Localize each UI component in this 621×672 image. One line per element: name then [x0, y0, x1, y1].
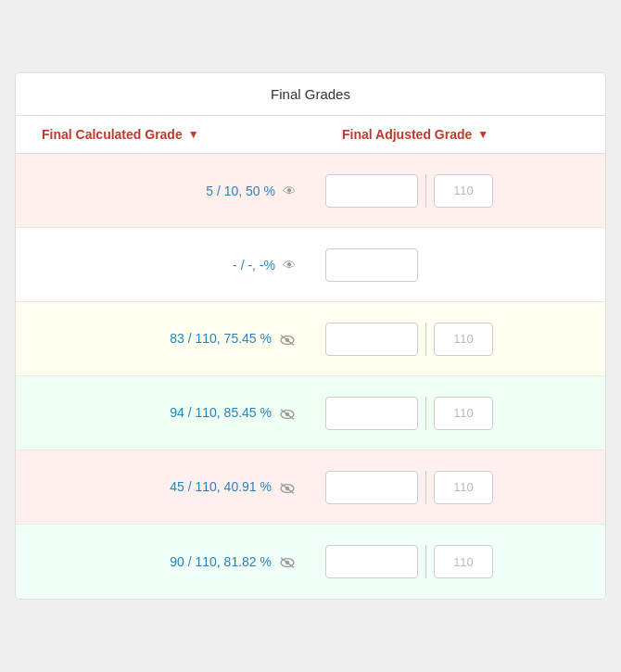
adjusted-grade-cell [310, 323, 605, 356]
calculated-grade-cell: - / -, -%👁 [16, 258, 310, 273]
adjusted-grade-input[interactable] [325, 323, 418, 356]
adjusted-grade-cell [310, 248, 605, 282]
slash-eye-icon[interactable] [279, 554, 296, 569]
calculated-grade-cell: 90 / 110, 81.82 % [16, 554, 310, 569]
chevron-down-icon: ▼ [188, 128, 199, 141]
calculated-grade-text: 83 / 110, 75.45 % [170, 331, 272, 346]
calculated-grade-text: 5 / 10, 50 % [206, 184, 275, 198]
adjusted-grade-cell [310, 545, 605, 578]
table-row: 45 / 110, 40.91 % [16, 450, 605, 525]
slash-eye-icon[interactable] [279, 331, 296, 346]
adjusted-grade-input[interactable] [325, 471, 418, 504]
card-title: Final Grades [16, 73, 605, 116]
input-divider [425, 397, 426, 430]
table-row: 90 / 110, 81.82 % [16, 525, 605, 599]
adjusted-grade-input[interactable] [325, 397, 418, 430]
calculated-grade-text: 90 / 110, 81.82 % [170, 554, 272, 569]
out-of-input[interactable] [434, 323, 493, 356]
final-grades-card: Final Grades Final Calculated Grade ▼ Fi… [15, 72, 606, 600]
col-header-adjusted[interactable]: Final Adjusted Grade ▼ [305, 127, 605, 142]
adjusted-grade-cell [310, 471, 605, 504]
adjusted-grade-input[interactable] [325, 174, 418, 208]
out-of-input[interactable] [434, 545, 493, 578]
calculated-grade-cell: 83 / 110, 75.45 % [16, 331, 310, 346]
adjusted-grade-cell [310, 174, 605, 208]
eye-icon[interactable]: 👁 [283, 184, 296, 198]
adjusted-grade-input[interactable] [325, 248, 418, 282]
calculated-grade-cell: 45 / 110, 40.91 % [16, 479, 310, 494]
calculated-grade-cell: 5 / 10, 50 %👁 [16, 184, 310, 198]
table-row: 83 / 110, 75.45 % [16, 302, 605, 376]
chevron-down-icon: ▼ [477, 128, 488, 141]
col-calculated-label: Final Calculated Grade [42, 127, 183, 142]
input-divider [425, 323, 426, 356]
input-divider [425, 174, 426, 208]
column-headers: Final Calculated Grade ▼ Final Adjusted … [16, 116, 605, 154]
eye-icon[interactable]: 👁 [283, 258, 296, 273]
rows-container: 5 / 10, 50 %👁- / -, -%👁83 / 110, 75.45 %… [16, 154, 605, 599]
slash-eye-icon[interactable] [279, 405, 296, 420]
out-of-input[interactable] [434, 397, 493, 430]
adjusted-grade-input[interactable] [325, 545, 418, 578]
slash-eye-icon[interactable] [279, 479, 296, 494]
calculated-grade-cell: 94 / 110, 85.45 % [16, 405, 310, 420]
calculated-grade-text: 94 / 110, 85.45 % [170, 405, 272, 420]
col-header-calculated[interactable]: Final Calculated Grade ▼ [16, 127, 305, 142]
col-adjusted-label: Final Adjusted Grade [342, 127, 472, 142]
input-divider [425, 545, 426, 578]
out-of-input[interactable] [434, 174, 493, 208]
table-row: 94 / 110, 85.45 % [16, 376, 605, 450]
input-divider [425, 471, 426, 504]
table-row: - / -, -%👁 [16, 228, 605, 302]
calculated-grade-text: - / -, -% [233, 258, 275, 273]
calculated-grade-text: 45 / 110, 40.91 % [170, 479, 272, 494]
out-of-input[interactable] [434, 471, 493, 504]
adjusted-grade-cell [310, 397, 605, 430]
table-row: 5 / 10, 50 %👁 [16, 154, 605, 228]
